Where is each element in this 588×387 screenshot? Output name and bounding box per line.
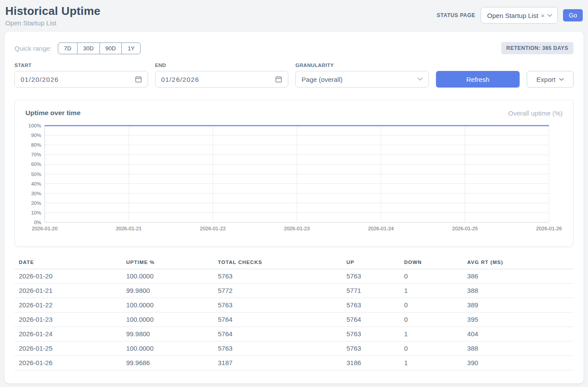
table-cell: 386	[463, 269, 574, 284]
table-cell: 2026-01-23	[14, 313, 122, 327]
column-header: DOWN	[400, 257, 463, 269]
page-title: Historical Uptime	[5, 4, 100, 18]
svg-text:30%: 30%	[31, 191, 41, 196]
go-button[interactable]: Go	[563, 9, 583, 21]
table-cell: 388	[463, 284, 574, 298]
table-header-row: DATEUPTIME %TOTAL CHECKSUPDOWNAVG RT (MS…	[14, 257, 574, 269]
column-header: UPTIME %	[122, 257, 213, 269]
end-date-field: END 01/26/2026	[155, 63, 289, 88]
start-date-field: START 01/20/2026	[14, 63, 148, 88]
column-header: DATE	[14, 257, 122, 269]
table-cell: 0	[400, 269, 463, 284]
svg-text:80%: 80%	[31, 142, 41, 148]
table-cell: 5763	[213, 341, 342, 356]
table-row: 2026-01-20100.0000576357630386	[14, 269, 574, 284]
quick-range-7d[interactable]: 7D	[58, 42, 78, 54]
svg-text:20%: 20%	[31, 201, 41, 206]
granularity-field: GRANULARITY Page (overall)	[295, 63, 429, 88]
main-panel: Quick range: 7D30D90D1Y RETENTION: 365 D…	[4, 32, 584, 383]
table-cell: 5772	[213, 284, 342, 298]
top-header: Historical Uptime Open Startup List STAT…	[0, 0, 588, 28]
table-cell: 100.0000	[122, 269, 213, 284]
svg-text:2026-01-25: 2026-01-25	[452, 226, 478, 231]
start-date-value: 01/20/2026	[21, 76, 59, 83]
column-header: TOTAL CHECKS	[213, 257, 342, 269]
status-page-label: STATUS PAGE	[437, 12, 475, 18]
svg-text:100%: 100%	[28, 123, 41, 128]
table-cell: 2026-01-26	[14, 356, 122, 370]
table-cell: 3186	[342, 356, 400, 370]
table-cell: 5763	[213, 298, 342, 313]
svg-text:2026-01-21: 2026-01-21	[116, 226, 142, 231]
table-row: 2026-01-25100.0000576357630388	[14, 341, 574, 356]
table-cell: 5771	[342, 284, 400, 298]
end-date-input[interactable]: 01/26/2026	[155, 71, 289, 88]
table-cell: 2026-01-24	[14, 327, 122, 341]
retention-badge: RETENTION: 365 DAYS	[501, 42, 574, 54]
table-row: 2026-01-23100.0000576457640395	[14, 313, 574, 327]
svg-text:2026-01-26: 2026-01-26	[536, 226, 562, 231]
calendar-icon[interactable]	[135, 76, 142, 83]
table-row: 2026-01-22100.0000576357630389	[14, 298, 574, 313]
header-controls: STATUS PAGE Open Startup List × Go	[437, 7, 583, 24]
table-row: 2026-01-2699.9686318731861390	[14, 356, 574, 370]
quick-range-1y[interactable]: 1Y	[121, 42, 141, 54]
svg-text:90%: 90%	[31, 133, 41, 138]
table-cell: 5763	[342, 298, 400, 313]
start-date-input[interactable]: 01/20/2026	[14, 71, 148, 88]
table-cell: 100.0000	[122, 341, 213, 356]
table-cell: 99.9686	[122, 356, 213, 370]
table-cell: 3187	[213, 356, 342, 370]
quick-range-group: 7D30D90D1Y	[58, 42, 141, 54]
end-date-value: 01/26/2026	[161, 76, 199, 83]
table-cell: 5763	[342, 341, 400, 356]
table-cell: 404	[463, 327, 574, 341]
granularity-select[interactable]: Page (overall)	[295, 71, 429, 88]
calendar-icon[interactable]	[275, 76, 282, 83]
svg-text:2026-01-23: 2026-01-23	[284, 226, 310, 231]
svg-text:70%: 70%	[31, 152, 41, 157]
column-header: AVG RT (MS)	[463, 257, 574, 269]
table-cell: 5763	[342, 269, 400, 284]
table-cell: 99.9800	[122, 284, 213, 298]
svg-text:2026-01-20: 2026-01-20	[32, 226, 58, 231]
table-cell: 100.0000	[122, 313, 213, 327]
table-row: 2026-01-2199.9800577257711388	[14, 284, 574, 298]
table-cell: 1	[400, 356, 463, 370]
table-cell: 1	[400, 284, 463, 298]
svg-text:0%: 0%	[34, 220, 41, 225]
table-cell: 1	[400, 327, 463, 341]
uptime-chart-card: Uptime over time Overall uptime (%) 0%10…	[14, 100, 574, 247]
export-label: Export	[536, 76, 555, 83]
export-button[interactable]: Export	[527, 71, 574, 88]
granularity-label: GRANULARITY	[295, 63, 429, 68]
table-cell: 388	[463, 341, 574, 356]
table-cell: 2026-01-22	[14, 298, 122, 313]
svg-text:60%: 60%	[31, 162, 41, 167]
end-label: END	[155, 63, 289, 68]
quick-range-row: Quick range: 7D30D90D1Y RETENTION: 365 D…	[14, 42, 574, 54]
table-cell: 100.0000	[122, 298, 213, 313]
quick-range-30d[interactable]: 30D	[77, 42, 100, 54]
chevron-down-icon	[559, 78, 564, 81]
granularity-value: Page (overall)	[301, 76, 342, 83]
clear-icon[interactable]: ×	[541, 12, 545, 19]
page-subtitle: Open Startup List	[5, 19, 100, 27]
table-cell: 2026-01-25	[14, 341, 122, 356]
table-cell: 0	[400, 341, 463, 356]
table-cell: 2026-01-21	[14, 284, 122, 298]
table-cell: 5763	[213, 269, 342, 284]
table-row: 2026-01-2499.9800576457631404	[14, 327, 574, 341]
uptime-table: DATEUPTIME %TOTAL CHECKSUPDOWNAVG RT (MS…	[14, 257, 574, 370]
chart-title: Uptime over time	[25, 109, 81, 117]
title-block: Historical Uptime Open Startup List	[5, 4, 100, 27]
uptime-line-chart: 0%10%20%30%40%50%60%70%80%90%100%2026-01…	[25, 122, 563, 235]
quick-range-90d[interactable]: 90D	[99, 42, 122, 54]
svg-text:10%: 10%	[31, 210, 41, 215]
refresh-button[interactable]: Refresh	[436, 71, 520, 88]
table-cell: 5763	[342, 327, 400, 341]
table-cell: 390	[463, 356, 574, 370]
svg-text:2026-01-24: 2026-01-24	[368, 226, 394, 231]
chevron-down-icon	[547, 14, 552, 17]
status-page-select[interactable]: Open Startup List ×	[481, 7, 558, 24]
